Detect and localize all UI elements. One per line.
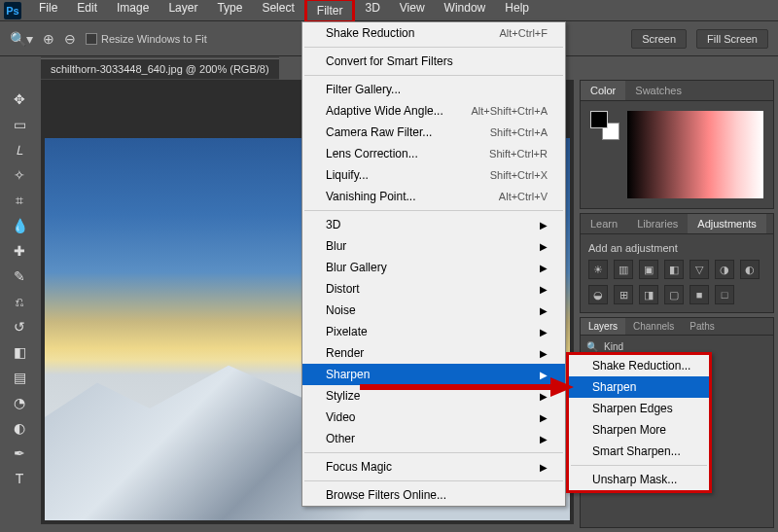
menu-item-camera-raw-filter[interactable]: Camera Raw Filter...Shift+Ctrl+A — [302, 122, 565, 143]
submenu-arrow-icon: ▶ — [540, 434, 548, 444]
tab-channels[interactable]: Channels — [625, 318, 682, 335]
menu-item-pixelate[interactable]: Pixelate▶ — [302, 321, 565, 342]
menu-item-shake-reduction[interactable]: Shake ReductionAlt+Ctrl+F — [302, 22, 565, 44]
document-tab[interactable]: schilthorn-3033448_640.jpg @ 200% (RGB/8… — [41, 58, 279, 79]
adjustment-icon-3[interactable]: ◧ — [664, 260, 684, 279]
menu-item-shake-reduction[interactable]: Shake Reduction... — [569, 355, 709, 376]
submenu-arrow-icon: ▶ — [540, 348, 548, 359]
fill-screen-button[interactable]: Fill Screen — [696, 29, 768, 49]
adjustment-icon-6[interactable]: ◐ — [740, 260, 760, 279]
menu-image[interactable]: Image — [107, 0, 159, 23]
menu-item-focus-magic[interactable]: Focus Magic▶ — [302, 456, 565, 478]
menu-3d[interactable]: 3D — [355, 0, 389, 23]
menu-item-video[interactable]: Video▶ — [302, 407, 565, 428]
type-tool[interactable]: T — [6, 467, 33, 490]
adjustment-icon-10[interactable]: ▢ — [664, 285, 684, 304]
tab-swatches[interactable]: Swatches — [625, 81, 691, 100]
submenu-arrow-icon: ▶ — [540, 263, 548, 273]
lasso-tool[interactable]: 𝘓 — [6, 138, 33, 161]
tab-color[interactable]: Color — [581, 81, 625, 100]
adjustment-icon-4[interactable]: ▽ — [690, 260, 709, 279]
heal-tool[interactable]: ✚ — [6, 239, 33, 263]
pen-tool[interactable]: ✒ — [6, 442, 33, 465]
menu-item-render[interactable]: Render▶ — [302, 342, 565, 364]
tab-learn[interactable]: Learn — [581, 214, 627, 233]
menu-item-browse-filters-online[interactable]: Browse Filters Online... — [302, 484, 565, 506]
menu-item-sharpen[interactable]: Sharpen — [569, 376, 709, 398]
menu-item-label: Pixelate — [326, 325, 368, 338]
zoom-tool-icon[interactable]: 🔍▾ — [10, 31, 33, 47]
adjustment-icon-5[interactable]: ◑ — [715, 260, 734, 279]
menu-item-vanishing-point[interactable]: Vanishing Point...Alt+Ctrl+V — [302, 186, 565, 207]
menu-item-label: Lens Correction... — [326, 147, 418, 160]
menu-item-3d[interactable]: 3D▶ — [302, 214, 565, 235]
menu-item-smart-sharpen[interactable]: Smart Sharpen... — [569, 441, 709, 462]
foreground-color-swatch — [590, 111, 608, 128]
menu-item-liquify[interactable]: Liquify...Shift+Ctrl+X — [302, 164, 565, 186]
menu-view[interactable]: View — [390, 0, 435, 23]
menu-item-blur-gallery[interactable]: Blur Gallery▶ — [302, 257, 565, 278]
menu-item-other[interactable]: Other▶ — [302, 428, 565, 449]
menu-type[interactable]: Type — [207, 0, 252, 23]
menu-filter[interactable]: Filter — [304, 0, 356, 23]
brush-tool[interactable]: ✎ — [6, 265, 33, 288]
fit-screen-button[interactable]: Screen — [631, 29, 687, 49]
zoom-out-icon[interactable]: ⊖ — [64, 31, 76, 47]
eyedrop-tool[interactable]: 💧 — [6, 214, 33, 237]
color-picker[interactable] — [627, 111, 763, 198]
menu-item-noise[interactable]: Noise▶ — [302, 300, 565, 321]
eraser-tool[interactable]: ◧ — [6, 340, 33, 364]
resize-windows-checkbox[interactable]: Resize Windows to Fit — [86, 33, 207, 45]
menu-shortcut: Shift+Ctrl+A — [490, 126, 548, 138]
menu-help[interactable]: Help — [495, 0, 539, 23]
adjustment-icon-9[interactable]: ◨ — [639, 285, 658, 304]
menu-item-sharpen-edges[interactable]: Sharpen Edges — [569, 398, 709, 419]
adjustment-icon-11[interactable]: ■ — [690, 285, 709, 304]
menu-item-filter-gallery[interactable]: Filter Gallery... — [302, 79, 565, 100]
annotation-arrow — [360, 377, 574, 397]
menu-shortcut: Alt+Shift+Ctrl+A — [471, 105, 548, 117]
menu-item-blur[interactable]: Blur▶ — [302, 235, 565, 257]
history-tool[interactable]: ↺ — [6, 315, 33, 338]
menu-item-label: Convert for Smart Filters — [326, 54, 453, 68]
adjustment-icon-8[interactable]: ⊞ — [614, 285, 633, 304]
tab-adjustments[interactable]: Adjustments — [688, 214, 766, 233]
menu-item-label: Vanishing Point... — [326, 190, 416, 203]
adjustment-icon-7[interactable]: ◒ — [588, 285, 608, 304]
adjustment-icon-12[interactable]: □ — [715, 285, 734, 304]
move-tool[interactable]: ✥ — [6, 88, 33, 111]
menu-edit[interactable]: Edit — [67, 0, 107, 23]
dodge-tool[interactable]: ◐ — [6, 416, 33, 440]
wand-tool[interactable]: ✧ — [6, 163, 33, 187]
tab-libraries[interactable]: Libraries — [627, 214, 688, 233]
menu-item-distort[interactable]: Distort▶ — [302, 278, 565, 300]
menu-item-label: Sharpen More — [592, 423, 666, 437]
menu-separator — [304, 47, 563, 48]
menu-item-convert-for-smart-filters[interactable]: Convert for Smart Filters — [302, 51, 565, 72]
menu-item-sharpen-more[interactable]: Sharpen More — [569, 419, 709, 441]
menu-window[interactable]: Window — [435, 0, 496, 23]
tab-layers[interactable]: Layers — [581, 318, 625, 335]
blur-tool[interactable]: ◔ — [6, 391, 33, 414]
adjustment-icon-1[interactable]: ▥ — [614, 260, 633, 279]
menu-item-unsharp-mask[interactable]: Unsharp Mask... — [569, 469, 709, 490]
resize-windows-label: Resize Windows to Fit — [101, 33, 207, 45]
menu-layer[interactable]: Layer — [159, 0, 207, 23]
checkbox-icon — [86, 33, 97, 45]
menu-select[interactable]: Select — [252, 0, 303, 23]
menu-item-lens-correction[interactable]: Lens Correction...Shift+Ctrl+R — [302, 143, 565, 164]
marquee-tool[interactable]: ▭ — [6, 113, 33, 136]
menu-separator — [304, 480, 563, 481]
menu-shortcut: Shift+Ctrl+R — [489, 148, 548, 160]
menu-file[interactable]: File — [29, 0, 67, 23]
menu-item-adaptive-wide-angle[interactable]: Adaptive Wide Angle...Alt+Shift+Ctrl+A — [302, 100, 565, 122]
layer-filter-kind[interactable]: Kind — [604, 341, 623, 352]
gradient-tool[interactable]: ▤ — [6, 366, 33, 389]
foreground-background-swatch[interactable] — [590, 111, 619, 140]
tab-paths[interactable]: Paths — [682, 318, 723, 335]
adjustment-icon-0[interactable]: ☀ — [588, 260, 608, 279]
stamp-tool[interactable]: ⎌ — [6, 290, 33, 313]
zoom-in-icon[interactable]: ⊕ — [43, 31, 54, 47]
crop-tool[interactable]: ⌗ — [6, 189, 33, 212]
adjustment-icon-2[interactable]: ▣ — [639, 260, 658, 279]
